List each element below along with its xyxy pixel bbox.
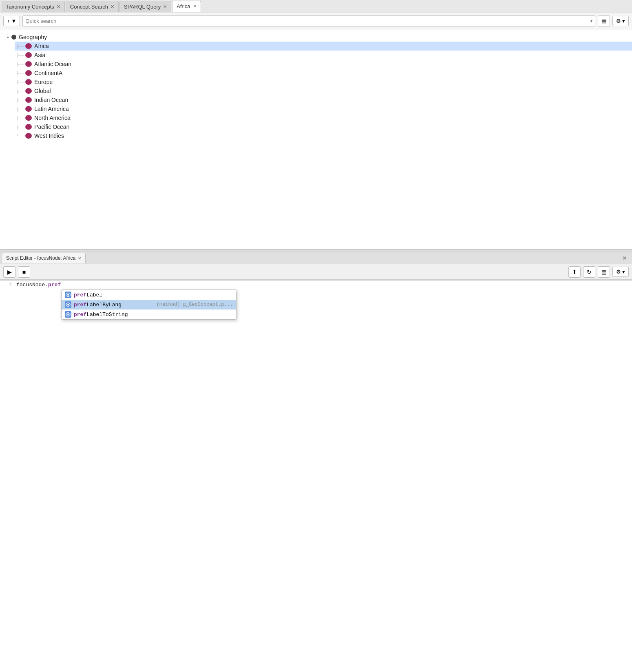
upload-button[interactable]: ⬆ — [568, 266, 581, 278]
script-book-icon: ▤ — [601, 269, 607, 275]
tree-children: ├── Africa ├── Asia ├── Atlantic Ocean ├… — [3, 42, 632, 140]
tab-label-concept-search: Concept Search — [70, 4, 108, 10]
tab-africa[interactable]: Africa ✕ — [172, 1, 201, 12]
book-button[interactable]: ▤ — [598, 15, 610, 27]
autocomplete-pref-bold-1: pref — [74, 292, 86, 298]
line-content-1[interactable]: focusNode.pref — [16, 281, 61, 290]
tab-close-concept-search[interactable]: ✕ — [110, 4, 114, 9]
settings-button[interactable]: ⚙ ▾ — [612, 16, 629, 26]
script-settings-button[interactable]: ⚙ ▾ — [612, 267, 629, 277]
tree-item-north-america[interactable]: ├── North America — [15, 113, 632, 122]
tree-label-latin-america: Latin America — [34, 106, 69, 112]
tree-item-west-indies[interactable]: └── West Indies — [15, 131, 632, 140]
autocomplete-rest-3: LabelToString — [86, 312, 128, 318]
search-input[interactable] — [25, 18, 590, 24]
concept-dot-europe — [25, 79, 32, 85]
tree-item-indian-ocean[interactable]: ├── Indian Ocean — [15, 95, 632, 104]
autocomplete-rest-1: Label — [86, 292, 102, 298]
tree-root: ▾ Geography ├── Africa ├── Asia ├── Atla… — [0, 33, 632, 140]
tree-item-continenta[interactable]: ├── ContinentA — [15, 69, 632, 77]
tab-taxonomy-concepts[interactable]: Taxonomy Concepts ✕ — [2, 1, 65, 12]
concept-dot-north-america — [25, 115, 32, 121]
tree-connector-africa: ├── — [16, 44, 24, 49]
tab-close-africa[interactable]: ✕ — [193, 4, 197, 9]
tab-concept-search[interactable]: Concept Search ✕ — [66, 1, 119, 12]
tree-label-continenta: ContinentA — [34, 70, 62, 76]
concept-dot-indian-ocean — [25, 97, 32, 103]
autocomplete-item-preflabelbylang[interactable]: prefLabelByLang (method) g_GeoConcept.p.… — [62, 300, 236, 309]
autocomplete-pref-bold-2: pref — [74, 302, 86, 308]
tree-label-europe: Europe — [34, 79, 53, 85]
tree-connector-indian-ocean: ├── — [16, 98, 24, 102]
tree-label-north-america: North America — [34, 115, 71, 121]
concept-dot-west-indies — [25, 133, 32, 139]
settings-icon: ⚙ — [616, 18, 621, 24]
tree-item-europe[interactable]: ├── Europe — [15, 77, 632, 86]
add-dropdown-icon: ▼ — [11, 18, 17, 24]
tree-connector-atlantic-ocean: ├── — [16, 62, 24, 66]
tree-item-asia[interactable]: ├── Asia — [15, 51, 632, 60]
autocomplete-dropdown[interactable]: prefLabel prefLabelByLang (method) g_Geo… — [61, 290, 236, 320]
tree-connector-pacific-ocean: ├── — [16, 125, 24, 129]
script-editor-close-btn[interactable]: ✕ — [78, 256, 81, 261]
autocomplete-pref-bold-3: pref — [74, 312, 86, 318]
tree-label-west-indies: West Indies — [34, 133, 64, 139]
main-panel: ▾ Geography ├── Africa ├── Asia ├── Atla… — [0, 29, 632, 250]
tab-close-taxonomy-concepts[interactable]: ✕ — [57, 4, 60, 9]
add-button[interactable]: + ▼ — [3, 16, 20, 26]
play-icon: ▶ — [7, 269, 12, 275]
tree-label-global: Global — [34, 88, 51, 94]
autocomplete-item-preflabeltostring[interactable]: prefLabelToString — [62, 309, 236, 319]
script-editor-close-x-button[interactable]: ✕ — [619, 253, 630, 263]
tree-toggle-geography[interactable]: ▾ — [5, 34, 11, 40]
book-icon: ▤ — [601, 18, 607, 24]
tree-label-atlantic-ocean: Atlantic Ocean — [34, 61, 71, 67]
autocomplete-icon-preflabel — [65, 292, 71, 298]
concept-dot-global — [25, 88, 32, 94]
tree-item-africa[interactable]: ├── Africa — [15, 42, 632, 51]
geography-dot — [11, 35, 16, 40]
autocomplete-type-preflabelbylang: (method) g_GeoConcept.p... — [157, 302, 233, 307]
tree-item-atlantic-ocean[interactable]: ├── Atlantic Ocean — [15, 60, 632, 69]
autocomplete-label-preflabeltostring: prefLabelToString — [74, 312, 233, 318]
stop-button[interactable]: ■ — [18, 266, 30, 278]
tree-item-latin-america[interactable]: ├── Latin America — [15, 104, 632, 113]
script-toolbar: ▶ ■ ⬆ ↻ ▤ ⚙ ▾ — [0, 264, 632, 280]
autocomplete-label-preflabel: prefLabel — [74, 292, 233, 298]
tab-close-sparql-query[interactable]: ✕ — [163, 4, 167, 9]
script-book-button[interactable]: ▤ — [598, 266, 610, 278]
svg-point-5 — [67, 314, 69, 315]
svg-point-3 — [67, 304, 69, 305]
tree-label-asia: Asia — [34, 52, 45, 58]
concept-dot-africa — [25, 43, 32, 49]
concept-dot-continenta — [25, 70, 32, 76]
script-settings-icon: ⚙ — [616, 269, 621, 275]
code-text-focusnode: focusNode. — [16, 282, 48, 288]
search-container[interactable]: ▾ — [22, 15, 595, 27]
upload-icon: ⬆ — [572, 269, 577, 275]
tab-label-taxonomy-concepts: Taxonomy Concepts — [6, 4, 54, 10]
concept-dot-atlantic-ocean — [25, 61, 32, 67]
add-icon: + — [7, 18, 10, 24]
concept-dot-pacific-ocean — [25, 124, 32, 130]
search-dropdown-icon[interactable]: ▾ — [590, 19, 592, 23]
tree-connector-west-indies: └── — [16, 134, 24, 138]
tree-connector-north-america: ├── — [16, 116, 24, 120]
play-button[interactable]: ▶ — [3, 266, 15, 278]
autocomplete-label-preflabelbylang: prefLabelByLang — [74, 302, 154, 308]
tab-sparql-query[interactable]: SPARQL Query ✕ — [119, 1, 171, 12]
refresh-button[interactable]: ↻ — [583, 266, 595, 278]
tree-connector-global: ├── — [16, 89, 24, 93]
code-editor[interactable]: 1 focusNode.pref prefLabel — [0, 281, 632, 672]
tree-label-africa: Africa — [34, 43, 49, 49]
tree-label-geography: Geography — [19, 34, 47, 40]
tab-label-sparql-query: SPARQL Query — [124, 4, 161, 10]
tab-bar: Taxonomy Concepts ✕ Concept Search ✕ SPA… — [0, 0, 632, 13]
tree-item-global[interactable]: ├── Global — [15, 86, 632, 95]
script-editor-tab[interactable]: Script Editor - focusNode: Africa ✕ — [2, 253, 86, 263]
svg-point-1 — [67, 294, 69, 296]
tree-item-geography[interactable]: ▾ Geography — [3, 33, 632, 42]
code-text-pref: pref — [48, 282, 61, 288]
tree-item-pacific-ocean[interactable]: ├── Pacific Ocean — [15, 122, 632, 131]
autocomplete-item-preflabel[interactable]: prefLabel — [62, 290, 236, 300]
